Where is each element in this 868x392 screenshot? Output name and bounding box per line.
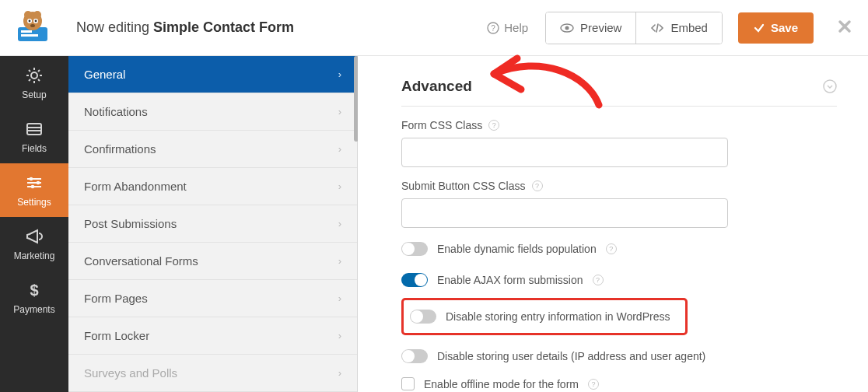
- checkbox[interactable]: [401, 377, 415, 390]
- help-icon[interactable]: ?: [532, 180, 543, 191]
- settings-item-post-submissions[interactable]: Post Submissions ›: [68, 205, 357, 243]
- svg-point-24: [31, 184, 35, 188]
- rail-item-setup[interactable]: Setup: [0, 56, 68, 110]
- help-label: Help: [504, 21, 528, 34]
- settings-item-label: Post Submissions: [84, 217, 177, 230]
- close-button[interactable]: [837, 19, 852, 37]
- form-name: Simple Contact Form: [153, 19, 294, 35]
- svg-point-10: [30, 24, 35, 27]
- gear-icon: [25, 66, 44, 85]
- label-text: Submit Button CSS Class: [401, 180, 526, 192]
- collapse-icon: [823, 79, 837, 93]
- rail-item-payments[interactable]: $ Payments: [0, 271, 68, 324]
- section-title: Advanced: [401, 78, 472, 95]
- rail-item-marketing[interactable]: Marketing: [0, 217, 68, 271]
- rail-label: Settings: [17, 197, 51, 208]
- field-label: Submit Button CSS Class ?: [401, 180, 837, 192]
- field-submit-css-class: Submit Button CSS Class ?: [401, 180, 837, 228]
- page-title: Now editing Simple Contact Form: [76, 19, 294, 36]
- svg-rect-2: [21, 34, 38, 37]
- settings-item-surveys-and-polls[interactable]: Surveys and Polls ›: [68, 355, 357, 392]
- embed-label: Embed: [670, 21, 708, 34]
- chevron-right-icon: ›: [338, 218, 341, 229]
- svg-point-15: [31, 72, 37, 79]
- settings-item-label: Conversational Forms: [84, 254, 198, 268]
- settings-item-label: Confirmations: [84, 142, 156, 156]
- settings-item-label: Form Abandonment: [84, 180, 187, 193]
- settings-item-conversational-forms[interactable]: Conversational Forms ›: [68, 243, 357, 280]
- preview-button[interactable]: Preview: [546, 12, 635, 44]
- field-form-css-class: Form CSS Class ?: [401, 119, 837, 167]
- svg-point-8: [29, 19, 31, 22]
- svg-rect-16: [27, 124, 41, 135]
- toggle-switch[interactable]: [401, 242, 428, 256]
- svg-rect-1: [21, 30, 32, 33]
- section-header[interactable]: Advanced: [401, 64, 837, 107]
- highlight-annotation: Disable storing entry information in Wor…: [401, 298, 688, 335]
- help-link[interactable]: ? Help: [487, 21, 528, 34]
- save-button[interactable]: Save: [738, 12, 814, 44]
- help-icon[interactable]: ?: [606, 243, 617, 254]
- rail-item-fields[interactable]: Fields: [0, 110, 68, 163]
- settings-item-form-pages[interactable]: Form Pages ›: [68, 280, 357, 317]
- chevron-right-icon: ›: [338, 255, 341, 267]
- help-icon[interactable]: ?: [588, 379, 599, 390]
- svg-point-26: [824, 80, 836, 93]
- chevron-right-icon: ›: [338, 330, 341, 341]
- svg-point-4: [24, 11, 32, 19]
- field-label: Form CSS Class ?: [401, 119, 837, 131]
- rail-label: Marketing: [14, 250, 55, 261]
- checkbox-offline-mode: Enable offline mode for the form ?: [401, 377, 837, 390]
- embed-button[interactable]: Embed: [635, 12, 722, 44]
- svg-text:?: ?: [491, 24, 495, 33]
- rail-label: Fields: [22, 143, 47, 154]
- toggle-switch[interactable]: [401, 349, 428, 363]
- toggle-label: Disable storing user details (IP address…: [437, 350, 705, 362]
- svg-point-23: [37, 180, 40, 184]
- help-icon: ?: [487, 22, 499, 34]
- save-label: Save: [771, 21, 798, 34]
- app-logo: [11, 6, 54, 50]
- form-css-input[interactable]: [401, 138, 728, 167]
- settings-item-form-locker[interactable]: Form Locker ›: [68, 317, 357, 355]
- svg-point-9: [35, 19, 37, 22]
- eye-icon: [560, 21, 574, 35]
- toggle-label: Enable AJAX form submission: [437, 274, 583, 286]
- sliders-icon: [25, 173, 44, 192]
- preview-label: Preview: [580, 21, 621, 34]
- settings-item-label: Surveys and Polls: [84, 366, 177, 380]
- settings-item-form-abandonment[interactable]: Form Abandonment ›: [68, 168, 357, 205]
- settings-item-confirmations[interactable]: Confirmations ›: [68, 131, 357, 168]
- main-panel: Advanced Form CSS Class ? Submit Button …: [358, 56, 868, 392]
- chevron-right-icon: ›: [338, 68, 341, 80]
- check-icon: [754, 23, 765, 33]
- help-icon[interactable]: ?: [593, 275, 604, 285]
- preview-embed-group: Preview Embed: [545, 12, 723, 44]
- left-rail: Setup Fields Settings Marketing $ Paymen…: [0, 56, 68, 392]
- checkbox-label: Enable offline mode for the form: [424, 378, 579, 390]
- help-icon[interactable]: ?: [488, 120, 499, 131]
- chevron-right-icon: ›: [338, 292, 341, 304]
- svg-point-14: [565, 26, 569, 30]
- label-text: Form CSS Class: [401, 119, 482, 131]
- settings-item-label: Form Locker: [84, 329, 149, 342]
- dollar-icon: $: [25, 281, 44, 299]
- settings-sub-panel: General › Notifications › Confirmations …: [68, 56, 358, 392]
- chevron-right-icon: ›: [338, 180, 341, 192]
- advanced-panel: Advanced Form CSS Class ? Submit Button …: [401, 64, 837, 390]
- close-icon: [837, 19, 852, 34]
- toggle-disable-entry: Disable storing entry information in Wor…: [410, 306, 670, 327]
- rail-item-settings[interactable]: Settings: [0, 163, 68, 217]
- settings-item-label: Notifications: [84, 105, 148, 118]
- megaphone-icon: [25, 227, 44, 246]
- top-actions: ? Help Preview Embed Save: [487, 12, 852, 44]
- submit-css-input[interactable]: [401, 198, 728, 228]
- chevron-right-icon: ›: [338, 143, 341, 155]
- toggle-switch[interactable]: [410, 310, 436, 324]
- toggle-dynamic-fields: Enable dynamic fields population ?: [401, 239, 837, 259]
- settings-item-notifications[interactable]: Notifications ›: [68, 93, 357, 131]
- code-icon: [650, 21, 664, 35]
- toggle-switch[interactable]: [401, 273, 428, 287]
- settings-item-general[interactable]: General ›: [68, 56, 357, 93]
- svg-text:$: $: [30, 282, 38, 299]
